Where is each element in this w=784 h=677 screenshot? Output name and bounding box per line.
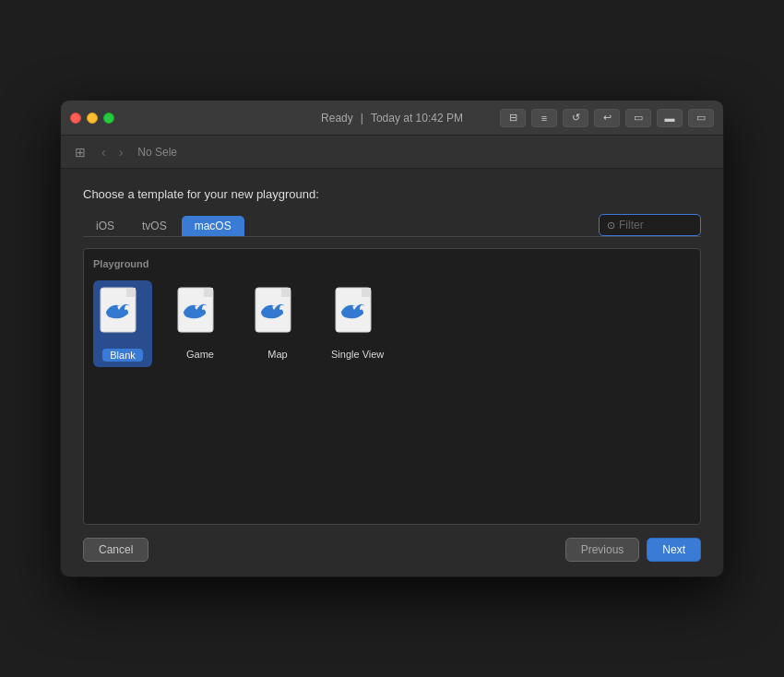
maximize-button[interactable] (103, 113, 114, 124)
svg-rect-5 (204, 288, 213, 297)
time-label: Today at 10:42 PM (371, 112, 463, 125)
layout-btn3[interactable]: ▭ (688, 109, 714, 127)
map-label: Map (267, 349, 287, 360)
tab-tvos[interactable]: tvOS (129, 216, 180, 236)
tabs-row: iOS tvOS macOS ⊙ (83, 214, 701, 237)
modal-panel: Choose a template for your new playgroun… (61, 169, 723, 576)
titlebar: Ready | Today at 10:42 PM ⊟ ≡ ↺ ↩ ▭ ▬ ▭ (61, 101, 723, 136)
layout-btn2[interactable]: ▬ (657, 109, 683, 127)
toolbar: ⊞ ‹ › No Sele (61, 136, 723, 169)
titlebar-controls: ⊟ ≡ ↺ ↩ ▭ ▬ ▭ (500, 109, 714, 127)
svg-rect-8 (281, 288, 291, 297)
single-view-icon (334, 286, 382, 341)
section-label: Playground (93, 258, 691, 269)
nav-buttons: ‹ › (96, 143, 128, 161)
breadcrumb: No Sele (137, 146, 177, 159)
separator: | (361, 112, 363, 125)
editor-btn[interactable]: ≡ (531, 109, 557, 127)
refresh-btn[interactable]: ↺ (563, 109, 588, 127)
game-icon (176, 286, 224, 341)
nav-forward-btn[interactable]: › (113, 143, 129, 161)
filter-input-wrap: ⊙ (599, 214, 701, 236)
tab-ios[interactable]: iOS (83, 216, 127, 236)
titlebar-status: Ready | Today at 10:42 PM (321, 112, 463, 125)
svg-rect-11 (362, 288, 371, 297)
template-blank[interactable]: Blank (93, 280, 152, 367)
layout-btn1[interactable]: ▭ (625, 109, 651, 127)
filter-icon: ⊙ (607, 220, 615, 232)
nav-btn-group: Previous Next (565, 538, 701, 562)
next-button[interactable]: Next (647, 538, 701, 562)
xcode-window: Ready | Today at 10:42 PM ⊟ ≡ ↺ ↩ ▭ ▬ ▭ … (60, 100, 724, 577)
minimize-button[interactable] (87, 113, 98, 124)
templates-grid: Blank Game (93, 280, 691, 367)
ready-label: Ready (321, 112, 353, 125)
modal-footer: Cancel Previous Next (83, 538, 701, 562)
return-btn[interactable]: ↩ (594, 109, 620, 127)
filter-input[interactable] (619, 219, 693, 232)
grid-icon: ⊞ (70, 142, 90, 162)
previous-button[interactable]: Previous (565, 538, 640, 562)
templates-panel: Playground Blank (83, 248, 701, 525)
template-single-view[interactable]: Single View (326, 280, 389, 367)
blank-icon (99, 286, 147, 341)
game-label: Game (186, 349, 214, 360)
template-game[interactable]: Game (171, 280, 230, 367)
nav-back-btn[interactable]: ‹ (96, 143, 112, 161)
tab-group: iOS tvOS macOS (83, 215, 244, 235)
close-button[interactable] (70, 113, 81, 124)
svg-rect-2 (126, 288, 136, 297)
map-icon (254, 286, 302, 341)
tab-macos[interactable]: macOS (182, 216, 244, 236)
template-map[interactable]: Map (248, 280, 307, 367)
traffic-lights (70, 113, 114, 124)
single-view-label: Single View (331, 349, 384, 360)
sidebar-toggle-btn[interactable]: ⊟ (500, 109, 526, 127)
blank-label: Blank (102, 349, 143, 362)
cancel-button[interactable]: Cancel (83, 538, 148, 562)
modal-title: Choose a template for your new playgroun… (83, 187, 701, 201)
